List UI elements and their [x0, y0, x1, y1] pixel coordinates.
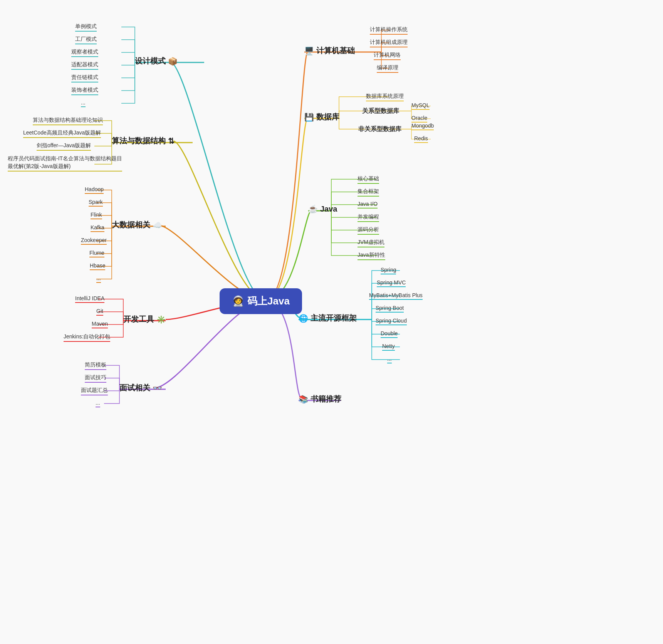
leaf-db-rel: 关系型数据库	[362, 107, 399, 115]
leaf-fw-springcloud: Spring Cloud	[376, 318, 407, 325]
leaf-int-4: ...	[96, 400, 100, 407]
center-astronaut-icon: 🧑‍🚀	[232, 295, 244, 307]
leaf-fw-mybatis: MyBatis+MyBatis Plus	[369, 292, 423, 300]
leaf-comp-1: 计算机操作系统	[370, 26, 408, 35]
branch-bigdata: 大数据相关 ☁️	[112, 220, 162, 230]
center-node: 🧑‍🚀 码上Java	[220, 288, 302, 314]
leaf-fw-more: ...	[387, 356, 392, 363]
leaf-java-7: Java新特性	[358, 252, 385, 260]
leaf-bigdata-2: Spark	[89, 199, 103, 207]
leaf-comp-3: 计算机网络	[374, 52, 401, 60]
branch-books-icon: 📚	[299, 395, 308, 404]
branch-devtools-label: 开发工具	[123, 314, 154, 325]
branch-database-label: 数据库	[316, 112, 339, 122]
branch-java: ☕ Java	[308, 204, 337, 214]
branch-devtools-icon: ✳️	[156, 315, 166, 324]
leaf-fw-spring: Spring	[381, 267, 396, 274]
branch-database: 💾 数据库	[304, 112, 339, 122]
leaf-dev-4: Jenkins:自动化打包	[64, 333, 110, 342]
branch-frameworks: 🌐 主流开源框架	[299, 313, 357, 323]
leaf-comp-4: 编译原理	[377, 64, 398, 73]
leaf-int-1: 简历模板	[85, 362, 106, 370]
leaf-int-2: 面试技巧	[85, 374, 106, 383]
leaf-java-6: JVM虚拟机	[358, 239, 384, 247]
leaf-db-oracle: Oracle	[411, 115, 427, 123]
leaf-java-3: Java I/O	[358, 201, 378, 209]
leaf-bigdata-7: Hbase	[90, 262, 105, 270]
leaf-db-redis: Redis	[414, 135, 428, 143]
leaf-bigdata-4: Kafka	[91, 224, 104, 232]
leaf-design-1: 单例模式	[75, 23, 97, 32]
branch-bigdata-icon: ☁️	[153, 220, 162, 230]
branch-bigdata-label: 大数据相关	[112, 220, 150, 230]
leaf-fw-double: Double	[381, 330, 398, 338]
leaf-algo-2: LeetCode高频且经典Java版题解	[23, 129, 101, 138]
leaf-bigdata-3: Flink	[91, 212, 102, 219]
leaf-dev-3: Maven	[92, 321, 108, 328]
leaf-design-6: 装饰者模式	[71, 87, 98, 95]
branch-design-label: 设计模式	[135, 56, 166, 66]
leaf-java-4: 并发编程	[358, 214, 379, 222]
leaf-design-5: 责任链模式	[71, 74, 98, 82]
leaf-java-5: 源码分析	[358, 226, 379, 235]
leaf-dev-2: Git	[96, 308, 103, 316]
branch-java-label: Java	[320, 205, 337, 214]
branch-frameworks-label: 主流开源框架	[311, 313, 357, 323]
leaf-design-2: 工厂模式	[75, 36, 97, 44]
leaf-design-7: ...	[81, 99, 86, 107]
branch-algorithm-icon: ⇅	[168, 136, 175, 146]
branch-java-icon: ☕	[308, 204, 318, 214]
branch-books: 📚 书籍推荐	[299, 394, 341, 404]
leaf-algo-4: 程序员代码面试指南-IT名企算法与数据结构题目 最优解(第2版-Java版题解)	[8, 155, 122, 172]
branch-design-icon: 📦	[168, 57, 178, 66]
branch-algorithm: 算法与数据结构 ⇅	[112, 136, 175, 146]
branch-computer-label: 计算机基础	[316, 45, 355, 56]
leaf-fw-netty: Netty	[382, 343, 395, 351]
branch-interview: 面试相关 👓	[119, 383, 162, 393]
branch-computer-icon: 🖥️	[304, 46, 314, 55]
leaf-algo-1: 算法与数据结构基础理论知识	[33, 117, 103, 125]
branch-algorithm-label: 算法与数据结构	[112, 136, 166, 146]
leaf-bigdata-5: Zookeeper	[81, 237, 107, 245]
leaf-design-4: 适配器模式	[71, 61, 98, 70]
leaf-db-norel: 非关系型数据库	[358, 125, 401, 133]
branch-frameworks-icon: 🌐	[299, 314, 308, 323]
center-label: 码上Java	[247, 294, 290, 308]
leaf-algo-3: 剑指offer—Java版题解	[37, 142, 91, 151]
leaf-dev-1: IntelliJ IDEA	[75, 295, 104, 303]
branch-database-icon: 💾	[304, 113, 314, 122]
branch-devtools: 开发工具 ✳️	[123, 314, 166, 325]
branch-computer: 🖥️ 计算机基础	[304, 45, 355, 56]
leaf-java-2: 集合框架	[358, 188, 379, 197]
leaf-fw-springmvc: Spring MVC	[377, 279, 406, 287]
branch-interview-label: 面试相关	[119, 383, 150, 393]
branch-books-label: 书籍推荐	[311, 394, 341, 404]
leaf-fw-springboot: Spring Boot	[376, 305, 404, 313]
leaf-java-1: 核心基础	[358, 175, 379, 184]
leaf-bigdata-8: ...	[96, 275, 101, 283]
leaf-int-3: 面试题汇总	[81, 387, 108, 395]
leaf-db-sys: 数据库系统原理	[366, 93, 404, 101]
leaf-comp-2: 计算机组成原理	[370, 39, 408, 47]
leaf-db-mongo: Mongodb	[411, 123, 434, 130]
branch-interview-icon: 👓	[153, 383, 162, 393]
leaf-db-mysql: MySQL	[411, 102, 430, 110]
leaf-bigdata-6: Flume	[89, 250, 104, 257]
leaf-bigdata-1: Hadoop	[85, 186, 104, 194]
branch-design: 设计模式 📦	[135, 56, 178, 66]
leaf-design-3: 观察者模式	[71, 49, 98, 57]
